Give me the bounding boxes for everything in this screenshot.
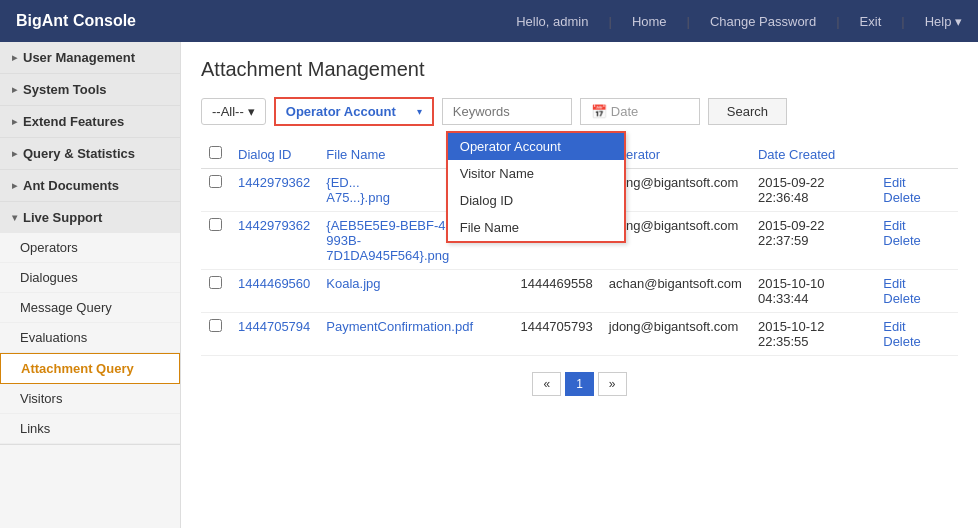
cell-dialog-id: 1444705794 xyxy=(230,313,318,356)
header: BigAnt Console Hello, admin | Home | Cha… xyxy=(0,0,978,42)
sidebar-item-visitors[interactable]: Visitors xyxy=(0,384,180,414)
prev-page-button[interactable]: « xyxy=(532,372,561,396)
sidebar-section-system-tools: ▸ System Tools xyxy=(0,74,180,106)
row-checkbox-cell xyxy=(201,169,230,212)
keywords-input[interactable] xyxy=(442,98,572,125)
cell-date: 2015-09-22 22:37:59 xyxy=(750,212,875,270)
edit-link[interactable]: Edit xyxy=(883,218,905,233)
page-title: Attachment Management xyxy=(201,58,958,81)
file-link[interactable]: PaymentConfirmation.pdf xyxy=(326,319,473,334)
toolbar: --All-- ▾ Operator Account ▾ Operator Ac… xyxy=(201,97,958,126)
cell-dialog-id: 1442979362 xyxy=(230,212,318,270)
filter-option-operator-account[interactable]: Operator Account xyxy=(448,133,624,160)
cell-visitor-id: 1444705793 xyxy=(512,313,600,356)
search-button[interactable]: Search xyxy=(708,98,787,125)
sidebar-section-title-query-statistics[interactable]: ▸ Query & Statistics xyxy=(0,138,180,169)
row-checkbox-cell xyxy=(201,212,230,270)
home-link[interactable]: Home xyxy=(632,14,667,29)
date-picker[interactable]: 📅 Date xyxy=(580,98,700,125)
edit-link[interactable]: Edit xyxy=(883,276,905,291)
cell-visitor-id: 1444469558 xyxy=(512,270,600,313)
chevron-right-icon: ▸ xyxy=(12,52,17,63)
sidebar-item-evaluations[interactable]: Evaluations xyxy=(0,323,180,353)
cell-actions: Edit Delete xyxy=(875,212,958,270)
chevron-down-icon: ▾ xyxy=(417,106,422,117)
chevron-right-icon: ▸ xyxy=(12,84,17,95)
content-area: Attachment Management --All-- ▾ Operator… xyxy=(181,42,978,528)
main-layout: ▸ User Management▸ System Tools▸ Extend … xyxy=(0,42,978,528)
page-1-button[interactable]: 1 xyxy=(565,372,594,396)
sidebar-section-title-user-management[interactable]: ▸ User Management xyxy=(0,42,180,73)
chevron-down-icon: ▾ xyxy=(248,104,255,119)
sidebar-section-extend-features: ▸ Extend Features xyxy=(0,106,180,138)
cell-operator: jdong@bigantsoft.com xyxy=(601,313,750,356)
edit-link[interactable]: Edit xyxy=(883,175,905,190)
row-checkbox[interactable] xyxy=(209,276,222,289)
sidebar-section-title-system-tools[interactable]: ▸ System Tools xyxy=(0,74,180,105)
sidebar-section-title-extend-features[interactable]: ▸ Extend Features xyxy=(0,106,180,137)
pagination: « 1 » xyxy=(201,372,958,396)
greeting-text: Hello, admin xyxy=(516,14,588,29)
row-checkbox[interactable] xyxy=(209,175,222,188)
cell-file-name: Koala.jpg xyxy=(318,270,512,313)
cell-date: 2015-10-12 22:35:55 xyxy=(750,313,875,356)
sidebar-item-links[interactable]: Links xyxy=(0,414,180,444)
sidebar-section-live-support: ▾ Live SupportOperatorsDialoguesMessage … xyxy=(0,202,180,445)
sidebar-item-dialogues[interactable]: Dialogues xyxy=(0,263,180,293)
sidebar-item-attachment-query[interactable]: Attachment Query xyxy=(0,353,180,384)
delete-link[interactable]: Delete xyxy=(883,233,921,248)
table-row: 1444705794 PaymentConfirmation.pdf 14447… xyxy=(201,313,958,356)
select-all-checkbox[interactable] xyxy=(209,146,222,159)
header-nav: Hello, admin | Home | Change Password | … xyxy=(516,14,962,29)
sidebar-section-ant-documents: ▸ Ant Documents xyxy=(0,170,180,202)
cell-actions: Edit Delete xyxy=(875,169,958,212)
cell-actions: Edit Delete xyxy=(875,270,958,313)
cell-date: 2015-09-22 22:36:48 xyxy=(750,169,875,212)
next-page-button[interactable]: » xyxy=(598,372,627,396)
row-checkbox-cell xyxy=(201,313,230,356)
col-date-created: Date Created xyxy=(750,140,875,169)
sidebar: ▸ User Management▸ System Tools▸ Extend … xyxy=(0,42,181,528)
calendar-icon: 📅 xyxy=(591,104,607,119)
file-link[interactable]: {ED...A75...}.png xyxy=(326,175,390,205)
cell-date: 2015-10-10 04:33:44 xyxy=(750,270,875,313)
delete-link[interactable]: Delete xyxy=(883,190,921,205)
sidebar-section-title-ant-documents[interactable]: ▸ Ant Documents xyxy=(0,170,180,201)
filter-option-visitor-name[interactable]: Visitor Name xyxy=(448,160,624,187)
chevron-down-icon: ▾ xyxy=(12,212,17,223)
cell-actions: Edit Delete xyxy=(875,313,958,356)
row-checkbox-cell xyxy=(201,270,230,313)
chevron-right-icon: ▸ xyxy=(12,180,17,191)
edit-link[interactable]: Edit xyxy=(883,319,905,334)
cell-dialog-id: 1444469560 xyxy=(230,270,318,313)
delete-link[interactable]: Delete xyxy=(883,291,921,306)
filter-dropdown-menu: Operator Account Visitor Name Dialog ID … xyxy=(446,131,626,243)
cell-file-name: PaymentConfirmation.pdf xyxy=(318,313,512,356)
filter-type-dropdown[interactable]: Operator Account ▾ Operator Account Visi… xyxy=(274,97,434,126)
exit-link[interactable]: Exit xyxy=(860,14,882,29)
filter-option-dialog-id[interactable]: Dialog ID xyxy=(448,187,624,214)
sidebar-item-operators[interactable]: Operators xyxy=(0,233,180,263)
sidebar-item-message-query[interactable]: Message Query xyxy=(0,293,180,323)
col-dialog-id: Dialog ID xyxy=(230,140,318,169)
col-actions xyxy=(875,140,958,169)
sidebar-section-title-live-support[interactable]: ▾ Live Support xyxy=(0,202,180,233)
chevron-right-icon: ▸ xyxy=(12,116,17,127)
change-password-link[interactable]: Change Password xyxy=(710,14,816,29)
cell-operator: achan@bigantsoft.com xyxy=(601,270,750,313)
row-checkbox[interactable] xyxy=(209,218,222,231)
filter-option-file-name[interactable]: File Name xyxy=(448,214,624,241)
sidebar-section-query-statistics: ▸ Query & Statistics xyxy=(0,138,180,170)
help-link[interactable]: Help ▾ xyxy=(925,14,962,29)
row-checkbox[interactable] xyxy=(209,319,222,332)
chevron-right-icon: ▸ xyxy=(12,148,17,159)
delete-link[interactable]: Delete xyxy=(883,334,921,349)
file-link[interactable]: Koala.jpg xyxy=(326,276,380,291)
table-row: 1444469560 Koala.jpg 1444469558 achan@bi… xyxy=(201,270,958,313)
all-filter-select[interactable]: --All-- ▾ xyxy=(201,98,266,125)
header-checkbox-cell xyxy=(201,140,230,169)
app-logo: BigAnt Console xyxy=(16,12,516,30)
cell-dialog-id: 1442979362 xyxy=(230,169,318,212)
sidebar-section-user-management: ▸ User Management xyxy=(0,42,180,74)
